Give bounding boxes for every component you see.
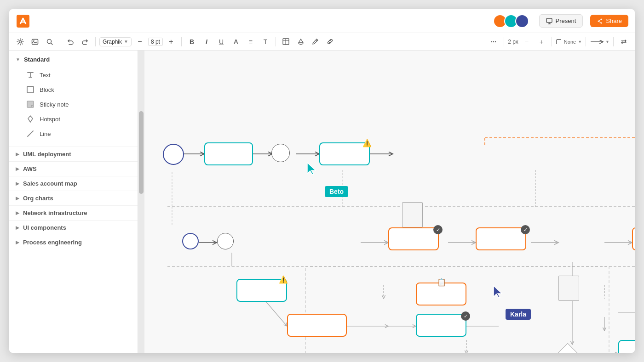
share-button[interactable]: Share: [590, 15, 628, 27]
line-tool-icon: [26, 129, 35, 138]
sidebar-item-hotspot-label: Hotspot: [40, 116, 60, 123]
sidebar-item-sticky-label: Sticky note: [40, 101, 69, 108]
present-button[interactable]: Present: [539, 14, 583, 28]
svg-line-25: [28, 131, 33, 136]
corner-dropdown-icon: ▼: [578, 40, 582, 44]
sidebar-item-aws[interactable]: ▶ AWS: [9, 161, 138, 176]
canvas[interactable]: ⚠️ ✓ ✓ ⚠️: [144, 51, 635, 353]
search-icon[interactable]: [43, 35, 56, 48]
share-label: Share: [606, 17, 622, 24]
shape-orange-rect-1[interactable]: [388, 227, 439, 250]
sidebar-item-sales[interactable]: ▶ Sales account map: [9, 176, 138, 191]
shape-diamond-2[interactable]: [558, 343, 577, 353]
sidebar-item-process[interactable]: ▶ Process engineering: [9, 235, 138, 249]
sticky-note-tool-icon: [26, 100, 35, 109]
chevron-right-icon-ui: ▶: [16, 225, 19, 230]
sidebar-item-network[interactable]: ▶ Network infrastructure: [9, 205, 138, 220]
sidebar-item-sticky[interactable]: Sticky note: [22, 97, 131, 112]
logo[interactable]: [16, 14, 30, 28]
shape-document-2[interactable]: [558, 276, 579, 301]
sidebar-net-label: Network infrastructure: [23, 209, 87, 216]
svg-point-10: [19, 40, 22, 43]
sidebar-org-label: Org charts: [23, 195, 53, 202]
avatar-3[interactable]: [515, 14, 529, 28]
more-options[interactable]: [487, 35, 500, 48]
font-size-decrease[interactable]: −: [133, 35, 146, 48]
fill-button[interactable]: [294, 35, 307, 48]
cursor-karla: [492, 285, 505, 300]
sidebar-item-block[interactable]: Block: [22, 82, 131, 97]
corner-style[interactable]: None ▼: [556, 39, 582, 45]
underline-button[interactable]: U: [215, 35, 228, 48]
chevron-right-icon-sales: ▶: [16, 181, 19, 186]
note-icon: 📋: [437, 278, 446, 287]
line-width-increase[interactable]: +: [535, 35, 548, 48]
shape-orange-rect-3[interactable]: [632, 227, 635, 250]
svg-point-19: [491, 41, 492, 42]
top-bar: Present Share: [9, 9, 635, 33]
line-style[interactable]: ▼: [590, 40, 610, 44]
sidebar-item-line-label: Line: [40, 130, 51, 137]
divider-5: [504, 37, 504, 46]
shape-rect-1[interactable]: [204, 142, 253, 165]
shape-small-circle-2[interactable]: [217, 233, 234, 249]
sidebar-item-line[interactable]: Line: [22, 126, 131, 141]
canvas-area[interactable]: ⚠️ ✓ ✓ ⚠️: [138, 51, 635, 353]
font-size-increase[interactable]: +: [165, 35, 178, 48]
sidebar-item-uml[interactable]: ▶ UML deployment: [9, 147, 138, 161]
present-icon: [546, 18, 552, 24]
image-icon[interactable]: [29, 35, 41, 48]
font-size-value[interactable]: 8 pt: [148, 38, 163, 46]
settings-icon[interactable]: [14, 35, 27, 48]
sidebar: ▼ Standard Text: [9, 51, 138, 353]
sidebar-section-standard-header[interactable]: ▼ Standard: [9, 52, 138, 67]
sidebar-proc-label: Process engineering: [23, 239, 82, 246]
table-button[interactable]: [280, 35, 293, 48]
main-content: ▼ Standard Text: [9, 51, 635, 353]
svg-line-18: [316, 40, 317, 41]
sidebar-item-orgcharts[interactable]: ▶ Org charts: [9, 191, 138, 205]
chevron-right-icon-uml: ▶: [16, 152, 19, 157]
undo-button[interactable]: [64, 35, 77, 48]
align-button[interactable]: ≡: [244, 35, 257, 48]
link-button[interactable]: [324, 35, 337, 48]
warning-icon-1: ⚠️: [362, 139, 372, 147]
block-tool-icon: [26, 85, 35, 94]
swap-button[interactable]: [617, 35, 630, 48]
shape-teal-rect-row3-bot[interactable]: [416, 314, 466, 337]
sidebar-item-hotspot[interactable]: Hotspot: [22, 112, 131, 126]
italic-button[interactable]: I: [200, 35, 213, 48]
svg-rect-0: [17, 15, 29, 28]
check-icon-3: ✓: [461, 311, 470, 321]
font-selector[interactable]: Graphik ▼: [99, 37, 132, 46]
diagram-svg: [144, 51, 635, 353]
badge-beto: Beto: [325, 186, 348, 197]
sidebar-ui-label: UI components: [23, 224, 66, 231]
avatar-group: [493, 14, 529, 28]
sidebar-uml-label: UML deployment: [23, 151, 71, 158]
corner-icon: [556, 39, 562, 45]
line-width-decrease[interactable]: −: [520, 35, 533, 48]
redo-button[interactable]: [79, 35, 92, 48]
text-format-button[interactable]: T: [259, 35, 272, 48]
text-color-button[interactable]: A: [230, 35, 242, 48]
sidebar-item-text-label: Text: [40, 72, 51, 79]
svg-rect-11: [32, 39, 38, 44]
scroll-thumb[interactable]: [139, 111, 144, 194]
sidebar-item-text[interactable]: Text: [22, 68, 131, 82]
shape-teal-rect-bottom-right[interactable]: [618, 340, 635, 353]
svg-point-21: [495, 41, 496, 42]
svg-rect-15: [283, 39, 289, 45]
shape-small-circle-1[interactable]: [182, 233, 199, 249]
line-width-display: 2 px: [508, 39, 518, 45]
shape-start-circle[interactable]: [163, 144, 184, 165]
shape-document-1[interactable]: [402, 202, 423, 227]
chevron-right-icon-proc: ▶: [16, 240, 19, 245]
shape-orange-rect-row3-left[interactable]: [287, 314, 347, 337]
scroll-bar[interactable]: [138, 51, 144, 353]
shape-middle-circle[interactable]: [271, 144, 290, 162]
sidebar-item-ui[interactable]: ▶ UI components: [9, 220, 138, 235]
bold-button[interactable]: B: [185, 35, 198, 48]
pen-button[interactable]: [309, 35, 322, 48]
shape-orange-rect-2[interactable]: [476, 227, 526, 250]
